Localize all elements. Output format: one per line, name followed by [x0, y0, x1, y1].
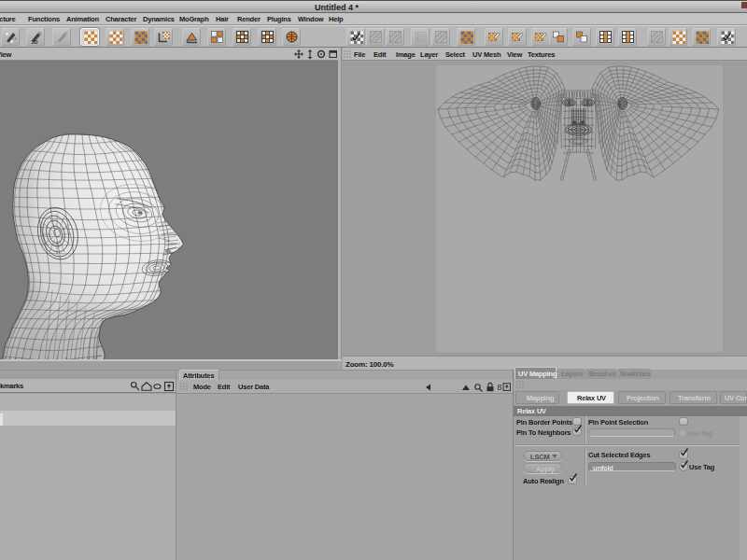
svg-text:3D: 3D	[31, 39, 37, 45]
svg-text:8: 8	[498, 383, 502, 392]
